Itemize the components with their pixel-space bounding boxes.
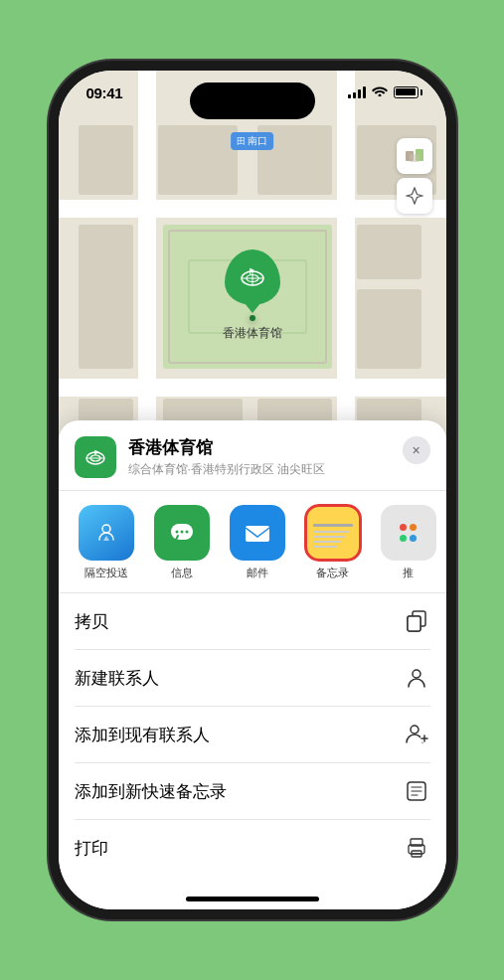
svg-point-24 (411, 726, 419, 734)
map-controls (397, 138, 432, 216)
mail-icon (230, 505, 285, 561)
svg-rect-2 (410, 154, 420, 162)
share-app-mail[interactable]: 邮件 (220, 505, 295, 580)
svg-point-17 (180, 531, 183, 534)
svg-rect-7 (250, 268, 251, 274)
dynamic-island (190, 82, 315, 119)
venue-icon (75, 436, 116, 478)
more-label: 推 (403, 566, 414, 580)
wifi-icon (372, 84, 388, 99)
mail-label: 邮件 (247, 566, 268, 580)
marker-pin (225, 249, 280, 305)
location-button[interactable] (397, 178, 432, 214)
airdrop-icon (79, 505, 134, 561)
map-label: 田 南口 (231, 132, 274, 150)
svg-point-23 (413, 670, 420, 678)
venue-header: 香港体育馆 综合体育馆·香港特别行政区 油尖旺区 × (59, 420, 446, 491)
svg-marker-13 (95, 450, 99, 454)
action-add-contact[interactable]: 添加到现有联系人 (75, 707, 430, 763)
messages-label: 信息 (171, 566, 193, 580)
notes-icon (305, 505, 361, 561)
action-print[interactable]: 打印 (75, 820, 430, 876)
messages-icon (154, 505, 210, 561)
svg-rect-19 (246, 526, 269, 542)
map-label-text: 南口 (248, 135, 267, 146)
svg-point-14 (102, 525, 110, 533)
memo-icon (403, 777, 430, 805)
action-list: 拷贝 新建联系人 (59, 593, 446, 876)
action-new-contact-label: 新建联系人 (75, 667, 159, 690)
action-new-contact[interactable]: 新建联系人 (75, 650, 430, 707)
marker-label: 香港体育馆 (223, 325, 282, 342)
status-time: 09:41 (86, 84, 123, 101)
action-add-contact-label: 添加到现有联系人 (75, 724, 210, 746)
action-quick-note[interactable]: 添加到新快速备忘录 (75, 763, 430, 820)
svg-point-16 (175, 531, 178, 534)
svg-rect-12 (94, 450, 95, 455)
action-print-label: 打印 (75, 837, 108, 860)
person-icon (403, 664, 430, 692)
share-app-messages[interactable]: 信息 (144, 505, 220, 580)
action-copy[interactable]: 拷贝 (75, 593, 430, 650)
bottom-sheet: 香港体育馆 综合体育馆·香港特别行政区 油尖旺区 × 隔空投送 (59, 420, 446, 909)
venue-subtitle: 综合体育馆·香港特别行政区 油尖旺区 (128, 461, 430, 478)
venue-name: 香港体育馆 (128, 436, 430, 459)
svg-point-18 (185, 531, 188, 534)
map-type-button[interactable] (397, 138, 432, 174)
status-icons (348, 84, 419, 99)
stadium-marker[interactable]: 香港体育馆 (223, 249, 282, 342)
action-quick-note-label: 添加到新快速备忘录 (75, 780, 227, 803)
airdrop-label: 隔空投送 (84, 566, 128, 580)
print-icon (403, 834, 430, 862)
share-app-notes[interactable]: 备忘录 (295, 505, 371, 580)
copy-icon (403, 607, 430, 635)
signal-icon (348, 86, 366, 98)
share-apps-row: 隔空投送 信息 (59, 491, 446, 593)
map-label-prefix: 田 (237, 136, 246, 146)
marker-dot (250, 315, 255, 321)
person-add-icon (403, 721, 430, 748)
action-copy-label: 拷贝 (75, 610, 108, 633)
more-icon (381, 505, 436, 561)
close-button[interactable]: × (403, 436, 430, 464)
home-indicator (186, 897, 319, 901)
share-app-more[interactable]: 推 (371, 505, 446, 580)
phone-frame: 09:41 (59, 71, 446, 909)
notes-label: 备忘录 (316, 566, 349, 580)
share-app-airdrop[interactable]: 隔空投送 (69, 505, 144, 580)
venue-info: 香港体育馆 综合体育馆·香港特别行政区 油尖旺区 (128, 436, 430, 478)
battery-icon (394, 86, 419, 98)
svg-rect-22 (408, 616, 420, 631)
